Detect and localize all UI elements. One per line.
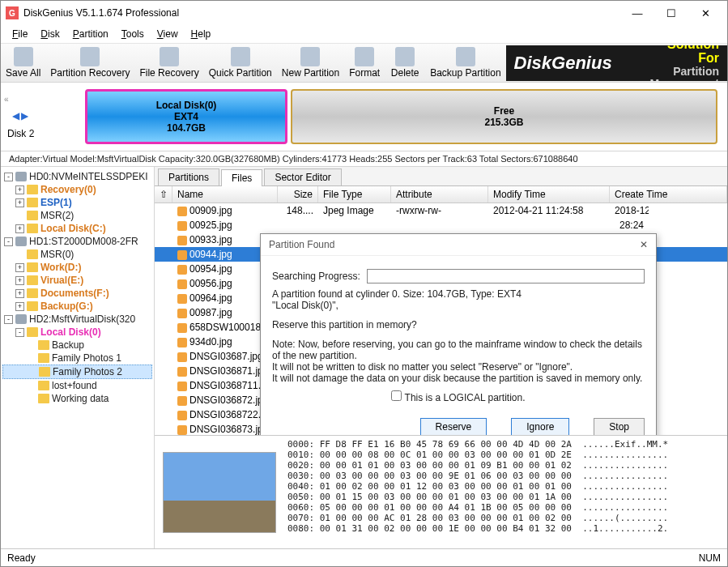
tree-toggle-icon[interactable]: + (15, 224, 24, 233)
tree-node[interactable]: +Recovery(0) (2, 183, 152, 196)
menu-help[interactable]: Help (185, 27, 218, 41)
tree-node[interactable]: Family Photos 1 (2, 352, 152, 364)
tree-toggle-icon[interactable]: + (15, 302, 24, 311)
file-icon (177, 338, 187, 347)
file-icon (177, 382, 187, 391)
partition-size: 104.7GB (167, 122, 206, 134)
file-icon (177, 265, 187, 275)
tree-node[interactable]: Backup (2, 339, 152, 352)
file-icon (177, 396, 187, 406)
toolbar-delete[interactable]: Delete (385, 45, 425, 80)
tree-label: MSR(0) (40, 249, 74, 260)
tab-bar: Partitions Files Sector Editor (155, 167, 727, 186)
col-attribute[interactable]: Attribute (391, 186, 488, 202)
tree-toggle-icon[interactable]: - (15, 328, 24, 337)
partition-block-free[interactable]: Free 215.3GB (291, 89, 717, 144)
file-icon (177, 279, 187, 289)
tree-toggle-icon[interactable]: - (4, 173, 13, 181)
toolbar: Save AllPartition RecoveryFile RecoveryQ… (1, 44, 727, 83)
tree-node[interactable]: MSR(0) (2, 248, 152, 261)
tree-node[interactable]: Working data (2, 392, 152, 405)
menu-partition[interactable]: Partition (66, 27, 115, 41)
toolbar-file-recovery[interactable]: File Recovery (134, 45, 203, 80)
col-up-icon[interactable]: ⇧ (155, 186, 172, 202)
col-createtime[interactable]: Create Time (610, 186, 727, 202)
file-icon (177, 294, 187, 304)
toolbar-format[interactable]: Format (344, 45, 385, 80)
tab-partitions[interactable]: Partitions (158, 168, 219, 185)
titlebar: G DiskGenius V5.1.1.674 Professional — ☐… (1, 1, 727, 25)
col-modifytime[interactable]: Modify Time (488, 186, 610, 202)
menu-view[interactable]: View (151, 27, 185, 41)
next-disk-icon[interactable]: ▶ (21, 110, 28, 122)
reserve-button[interactable]: Reserve (420, 418, 487, 435)
toolbar-partition-recovery[interactable]: Partition Recovery (45, 45, 134, 80)
toolbar-new-partition[interactable]: New Partition (277, 45, 344, 80)
prev-disk-icon[interactable]: ◀ (12, 110, 19, 122)
ignore-button[interactable]: Ignore (511, 418, 569, 435)
menu-disk[interactable]: Disk (34, 27, 66, 41)
partition-size: 215.3GB (484, 117, 523, 128)
col-size[interactable]: Size (278, 186, 318, 202)
file-icon (177, 221, 187, 231)
tab-files[interactable]: Files (221, 169, 262, 186)
tree-node[interactable]: +Backup(G:) (2, 300, 152, 313)
toolbar-save-all[interactable]: Save All (1, 45, 45, 80)
toolbar-icon (14, 47, 33, 66)
dialog-title: Partition Found (269, 239, 334, 250)
folder-icon (27, 301, 38, 311)
tree-toggle-icon[interactable]: + (15, 276, 24, 285)
file-row[interactable]: 00909.jpg148....Jpeg Image-rwxrw-rw-2012… (155, 203, 727, 218)
menu-file[interactable]: File (6, 27, 34, 41)
logical-partition-checkbox[interactable] (391, 390, 402, 401)
dialog-note3: It will not damage the data on your disk… (272, 373, 645, 384)
tree-node[interactable]: -HD1:ST2000DM008-2FR (2, 235, 152, 248)
dialog-close-icon[interactable]: ✕ (640, 239, 648, 250)
folder-icon (27, 185, 38, 194)
stop-button[interactable]: Stop (594, 418, 645, 435)
collapse-icon[interactable]: « (4, 95, 9, 104)
tree-toggle-icon[interactable]: + (15, 185, 24, 194)
tree-toggle-icon[interactable]: - (4, 315, 13, 324)
tree-node[interactable]: +Documents(F:) (2, 287, 152, 300)
tree-node[interactable]: -HD2:MsftVirtualDisk(320 (2, 313, 152, 326)
toolbar-quick-partition[interactable]: Quick Partition (204, 45, 277, 80)
tree-label: Backup(G:) (40, 301, 93, 312)
tree-toggle-icon[interactable]: + (15, 289, 24, 298)
tree-node[interactable]: MSR(2) (2, 209, 152, 222)
file-icon (177, 250, 187, 260)
disk-icon (15, 237, 27, 246)
tree-node[interactable]: -HD0:NVMeINTELSSDPEKI (2, 170, 152, 183)
tree-node[interactable]: +Work(D:) (2, 261, 152, 274)
tab-sector-editor[interactable]: Sector Editor (264, 168, 341, 185)
tree-toggle-icon[interactable]: + (15, 263, 24, 272)
minimize-button[interactable]: — (620, 3, 654, 23)
tree-node[interactable]: +ESP(1) (2, 196, 152, 209)
menu-tools[interactable]: Tools (115, 27, 151, 41)
tree-node[interactable]: +Local Disk(C:) (2, 222, 152, 235)
toolbar-backup-partition[interactable]: Backup Partition (425, 45, 505, 80)
tree-node[interactable]: +Virual(E:) (2, 274, 152, 287)
file-icon (177, 352, 187, 362)
hex-dump: 0000: FF D8 FF E1 16 B0 45 78 69 66 00 0… (284, 436, 727, 548)
file-row[interactable]: 00925.jpg28:24 (155, 218, 727, 232)
tree-node[interactable]: -Local Disk(0) (2, 326, 152, 339)
dialog-note2: It will not be written to disk no matter… (272, 361, 645, 373)
tree-toggle-icon[interactable]: - (4, 237, 13, 246)
col-name[interactable]: Name (172, 186, 278, 202)
toolbar-label: File Recovery (139, 67, 198, 79)
file-grid: ⇧ Name Size File Type Attribute Modify T… (155, 186, 727, 435)
close-button[interactable]: ✕ (688, 3, 722, 23)
tree-node[interactable]: lost+found (2, 379, 152, 392)
partition-block-0[interactable]: Local Disk(0) EXT4 104.7GB (85, 89, 287, 144)
status-bar: Ready NUM (1, 548, 727, 566)
disk-tree[interactable]: -HD0:NVMeINTELSSDPEKI+Recovery(0)+ESP(1)… (1, 167, 155, 548)
tree-label: Local Disk(0) (40, 326, 101, 338)
partition-found-dialog: Partition Found ✕ Searching Progress: A … (260, 233, 657, 435)
tree-node[interactable]: Family Photos 2 (2, 364, 152, 379)
col-filetype[interactable]: File Type (318, 186, 391, 202)
folder-icon (27, 198, 38, 207)
tree-label: lost+found (52, 380, 97, 391)
tree-toggle-icon[interactable]: + (15, 198, 24, 207)
maximize-button[interactable]: ☐ (654, 3, 688, 23)
